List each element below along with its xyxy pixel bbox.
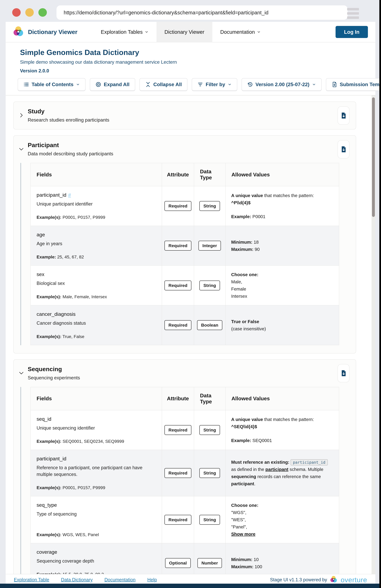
- field-examples: Example: 25, 45, 67, 82: [37, 247, 156, 259]
- field-description: Unique participant identifier: [37, 201, 156, 207]
- nav-item-documentation[interactable]: Documentation: [212, 22, 269, 42]
- attribute-badge: Required: [165, 201, 191, 211]
- datatype-badge: Boolean: [197, 320, 222, 330]
- page-subtitle: Simple demo showcasing our data dictiona…: [20, 60, 375, 65]
- chevron-down-icon: [18, 370, 24, 376]
- attribute-badge: Required: [165, 468, 191, 478]
- navbar: Dictionary Viewer Exploration TablesDict…: [6, 22, 375, 42]
- datatype-badge: String: [199, 280, 220, 290]
- chevron-right-icon: [18, 112, 24, 118]
- scrollbar-track[interactable]: [372, 95, 375, 574]
- nav-item-dictionary-viewer[interactable]: Dictionary Viewer: [156, 22, 212, 42]
- schema-download-button[interactable]: [338, 140, 349, 158]
- maximize-window-button[interactable]: [38, 8, 47, 17]
- allowed-values: Minimum: 10Maximum: 100: [226, 543, 339, 574]
- field-examples: Example(s): WGS, WES, Panel: [37, 525, 156, 537]
- allowed-values: Choose one:"WGS","WES","Panel",Show more: [226, 496, 339, 543]
- file-download-icon: [332, 82, 337, 87]
- field-reference-chip[interactable]: participant_id: [291, 459, 328, 465]
- footer-link-data-dictionary[interactable]: Data Dictionary: [61, 577, 93, 583]
- field-row-participant_id: participant_idReference to a participant…: [31, 450, 339, 496]
- field-name: cancer_diagnosis: [37, 311, 156, 317]
- nav-item-label: Exploration Tables: [101, 29, 143, 35]
- datatype-badge: Integer: [198, 241, 221, 251]
- toolbar-button-label: Submission Templates: [340, 82, 381, 87]
- column-header-attribute: Attribute: [162, 163, 194, 186]
- schema-card-header[interactable]: StudyResearch studies enrolling particip…: [14, 102, 356, 129]
- page-title: Simple Genomics Data Dictionary: [20, 48, 375, 57]
- window-controls: [12, 8, 47, 17]
- datatype-badge: String: [199, 201, 220, 211]
- login-button[interactable]: Log In: [336, 26, 368, 38]
- brand[interactable]: Dictionary Viewer: [6, 26, 77, 38]
- field-row-age: ageAge in yearsExample: 25, 45, 67, 82Re…: [31, 226, 339, 266]
- schema-title: Study: [28, 108, 109, 115]
- field-examples: Example(s): P0001, P0157, P9999: [37, 478, 156, 490]
- screen-right-edge: [379, 0, 381, 588]
- field-examples: Example(s): Male, Female, Intersex: [37, 287, 156, 299]
- datatype-badge: String: [199, 425, 220, 435]
- schema-download-button[interactable]: [338, 106, 349, 125]
- schema-description: Data model describing study participants: [28, 151, 113, 156]
- footer-link-help[interactable]: Help: [147, 577, 157, 583]
- expand-all-button[interactable]: Expand All: [90, 78, 135, 91]
- url-bar[interactable]: https://demo/dictionary/?url=genomics-di…: [57, 5, 348, 20]
- page-version: Version 2.0.0: [20, 68, 375, 74]
- version-2-00-25-07-22--button[interactable]: Version 2.00 (25-07-22): [242, 78, 321, 91]
- table-header-row: FieldsAttributeData TypeAllowed Values: [31, 387, 339, 410]
- nav-items: Exploration TablesDictionary ViewerDocum…: [77, 22, 269, 42]
- schema-description: Research studies enrolling participants: [28, 117, 109, 123]
- attribute-badge: Required: [165, 320, 191, 330]
- field-examples: Example(s): 15.5, 30.0, 75.8, 99.2: [37, 564, 156, 574]
- field-name: participant_id#: [37, 192, 156, 198]
- caret-down-icon: [312, 83, 316, 86]
- field-examples: Example(s): P0001, P0157, P9999: [37, 207, 156, 220]
- filter-by-button[interactable]: Filter by: [192, 78, 237, 91]
- table-of-contents-button[interactable]: Table of Contents: [18, 78, 85, 91]
- show-more-link[interactable]: Show more: [231, 531, 255, 537]
- collapse-all-button[interactable]: Collapse All: [140, 78, 188, 91]
- footer-link-documentation[interactable]: Documentation: [105, 577, 136, 583]
- column-header-attribute: Attribute: [162, 387, 194, 410]
- field-description: Type of sequencing: [37, 511, 156, 517]
- caret-down-icon: [145, 30, 148, 34]
- schema-card-header[interactable]: ParticipantData model describing study p…: [14, 136, 356, 163]
- url-text: https://demo/dictionary/?url=genomics-di…: [64, 10, 268, 16]
- scrollbar-thumb[interactable]: [372, 97, 375, 217]
- attribute-badge: Required: [165, 241, 191, 251]
- column-header-fields: Fields: [31, 387, 162, 410]
- download-file-icon: [340, 370, 347, 377]
- allowed-values: A unique value that matches the pattern:…: [226, 186, 339, 226]
- schema-card-study: StudyResearch studies enrolling particip…: [13, 102, 356, 129]
- footer-branding: Stage UI v1.1.3 powered by overture: [270, 576, 367, 584]
- minimize-window-button[interactable]: [25, 8, 34, 17]
- schema-download-button[interactable]: [338, 364, 349, 382]
- field-description: Age in years: [37, 240, 156, 247]
- nav-item-label: Documentation: [220, 29, 255, 35]
- close-window-button[interactable]: [12, 8, 21, 17]
- field-row-seq_type: seq_typeType of sequencingExample(s): WG…: [31, 496, 339, 543]
- submission-templates-button[interactable]: Submission Templates: [326, 78, 381, 91]
- schema-card-participant: ParticipantData model describing study p…: [13, 135, 356, 354]
- datatype-badge: String: [199, 515, 220, 525]
- overture-venn-icon: [330, 576, 338, 584]
- field-name: age: [37, 232, 156, 237]
- datatype-badge: String: [199, 468, 220, 478]
- schema-description: Sequencing experiments: [28, 375, 80, 380]
- field-name: sex: [37, 272, 156, 277]
- chevron-down-icon: [18, 146, 24, 152]
- schema-card-header[interactable]: SequencingSequencing experiments: [14, 360, 356, 387]
- browser-menu-icon[interactable]: [347, 8, 359, 19]
- allowed-values: True or False(case insensitive): [226, 305, 339, 345]
- field-anchor-link[interactable]: #: [68, 192, 71, 198]
- toolbar-button-label: Version 2.00 (25-07-22): [255, 82, 310, 87]
- field-row-coverage: coverageSequencing coverage depthExample…: [31, 543, 339, 574]
- history-icon: [247, 82, 253, 87]
- footer-link-exploration-table[interactable]: Exploration Table: [14, 577, 49, 583]
- overture-wordmark: overture: [341, 576, 367, 584]
- attribute-badge: Required: [165, 515, 191, 525]
- download-file-icon: [340, 146, 347, 153]
- nav-item-exploration-tables[interactable]: Exploration Tables: [93, 22, 156, 42]
- field-name: seq_id: [37, 416, 156, 422]
- toolbar: Table of ContentsExpand AllCollapse AllF…: [6, 75, 375, 95]
